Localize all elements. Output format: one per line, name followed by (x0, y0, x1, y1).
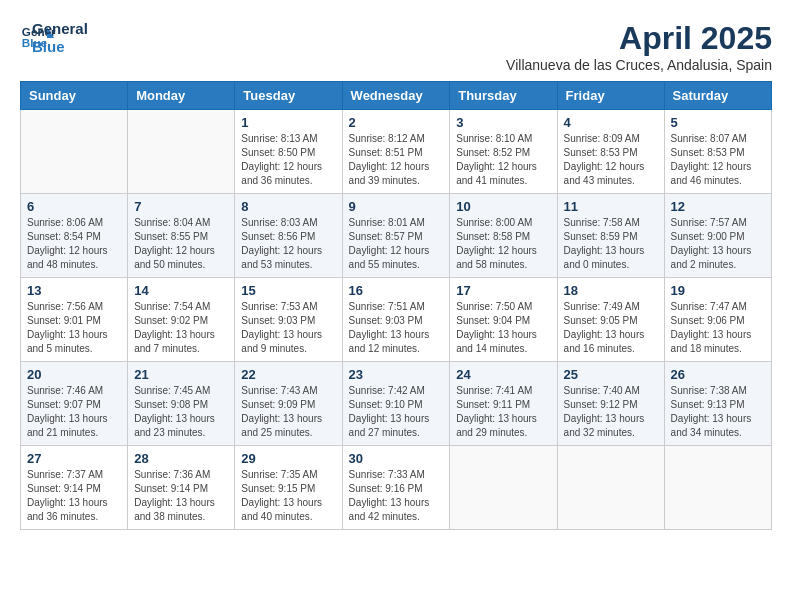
day-number: 28 (134, 451, 228, 466)
day-info: Sunrise: 7:35 AMSunset: 9:15 PMDaylight:… (241, 468, 335, 524)
weekday-header-row: Sunday Monday Tuesday Wednesday Thursday… (21, 82, 772, 110)
day-number: 25 (564, 367, 658, 382)
location-title: Villanueva de las Cruces, Andalusia, Spa… (506, 57, 772, 73)
header-monday: Monday (128, 82, 235, 110)
day-number: 26 (671, 367, 765, 382)
day-info: Sunrise: 8:01 AMSunset: 8:57 PMDaylight:… (349, 216, 444, 272)
day-info: Sunrise: 7:50 AMSunset: 9:04 PMDaylight:… (456, 300, 550, 356)
day-number: 30 (349, 451, 444, 466)
day-number: 13 (27, 283, 121, 298)
table-row: 18Sunrise: 7:49 AMSunset: 9:05 PMDayligh… (557, 278, 664, 362)
table-row: 27Sunrise: 7:37 AMSunset: 9:14 PMDayligh… (21, 446, 128, 530)
day-number: 18 (564, 283, 658, 298)
table-row (21, 110, 128, 194)
day-info: Sunrise: 7:54 AMSunset: 9:02 PMDaylight:… (134, 300, 228, 356)
day-info: Sunrise: 8:07 AMSunset: 8:53 PMDaylight:… (671, 132, 765, 188)
day-info: Sunrise: 7:49 AMSunset: 9:05 PMDaylight:… (564, 300, 658, 356)
table-row: 24Sunrise: 7:41 AMSunset: 9:11 PMDayligh… (450, 362, 557, 446)
day-number: 7 (134, 199, 228, 214)
table-row: 19Sunrise: 7:47 AMSunset: 9:06 PMDayligh… (664, 278, 771, 362)
table-row: 8Sunrise: 8:03 AMSunset: 8:56 PMDaylight… (235, 194, 342, 278)
table-row: 12Sunrise: 7:57 AMSunset: 9:00 PMDayligh… (664, 194, 771, 278)
day-number: 16 (349, 283, 444, 298)
month-title: April 2025 (506, 20, 772, 57)
day-info: Sunrise: 7:43 AMSunset: 9:09 PMDaylight:… (241, 384, 335, 440)
table-row: 21Sunrise: 7:45 AMSunset: 9:08 PMDayligh… (128, 362, 235, 446)
day-number: 3 (456, 115, 550, 130)
day-info: Sunrise: 8:12 AMSunset: 8:51 PMDaylight:… (349, 132, 444, 188)
day-number: 9 (349, 199, 444, 214)
day-info: Sunrise: 8:13 AMSunset: 8:50 PMDaylight:… (241, 132, 335, 188)
table-row: 3Sunrise: 8:10 AMSunset: 8:52 PMDaylight… (450, 110, 557, 194)
table-row: 17Sunrise: 7:50 AMSunset: 9:04 PMDayligh… (450, 278, 557, 362)
day-info: Sunrise: 7:53 AMSunset: 9:03 PMDaylight:… (241, 300, 335, 356)
day-number: 14 (134, 283, 228, 298)
day-info: Sunrise: 7:36 AMSunset: 9:14 PMDaylight:… (134, 468, 228, 524)
day-number: 27 (27, 451, 121, 466)
header-saturday: Saturday (664, 82, 771, 110)
day-info: Sunrise: 8:04 AMSunset: 8:55 PMDaylight:… (134, 216, 228, 272)
day-info: Sunrise: 7:47 AMSunset: 9:06 PMDaylight:… (671, 300, 765, 356)
day-number: 2 (349, 115, 444, 130)
table-row: 4Sunrise: 8:09 AMSunset: 8:53 PMDaylight… (557, 110, 664, 194)
logo-line2: Blue (32, 38, 88, 56)
calendar-week-row: 27Sunrise: 7:37 AMSunset: 9:14 PMDayligh… (21, 446, 772, 530)
calendar-week-row: 20Sunrise: 7:46 AMSunset: 9:07 PMDayligh… (21, 362, 772, 446)
day-number: 29 (241, 451, 335, 466)
header-thursday: Thursday (450, 82, 557, 110)
day-info: Sunrise: 7:57 AMSunset: 9:00 PMDaylight:… (671, 216, 765, 272)
day-number: 20 (27, 367, 121, 382)
header-sunday: Sunday (21, 82, 128, 110)
day-number: 8 (241, 199, 335, 214)
day-info: Sunrise: 8:03 AMSunset: 8:56 PMDaylight:… (241, 216, 335, 272)
page-header: General Blue General Blue April 2025 Vil… (20, 20, 772, 73)
day-number: 4 (564, 115, 658, 130)
table-row (664, 446, 771, 530)
table-row: 28Sunrise: 7:36 AMSunset: 9:14 PMDayligh… (128, 446, 235, 530)
day-number: 11 (564, 199, 658, 214)
calendar-table: Sunday Monday Tuesday Wednesday Thursday… (20, 81, 772, 530)
table-row: 15Sunrise: 7:53 AMSunset: 9:03 PMDayligh… (235, 278, 342, 362)
day-number: 5 (671, 115, 765, 130)
table-row: 23Sunrise: 7:42 AMSunset: 9:10 PMDayligh… (342, 362, 450, 446)
day-info: Sunrise: 7:40 AMSunset: 9:12 PMDaylight:… (564, 384, 658, 440)
table-row: 30Sunrise: 7:33 AMSunset: 9:16 PMDayligh… (342, 446, 450, 530)
header-friday: Friday (557, 82, 664, 110)
table-row: 6Sunrise: 8:06 AMSunset: 8:54 PMDaylight… (21, 194, 128, 278)
table-row: 26Sunrise: 7:38 AMSunset: 9:13 PMDayligh… (664, 362, 771, 446)
calendar-week-row: 1Sunrise: 8:13 AMSunset: 8:50 PMDaylight… (21, 110, 772, 194)
day-info: Sunrise: 8:00 AMSunset: 8:58 PMDaylight:… (456, 216, 550, 272)
table-row: 5Sunrise: 8:07 AMSunset: 8:53 PMDaylight… (664, 110, 771, 194)
day-number: 23 (349, 367, 444, 382)
day-info: Sunrise: 7:56 AMSunset: 9:01 PMDaylight:… (27, 300, 121, 356)
table-row (557, 446, 664, 530)
day-number: 22 (241, 367, 335, 382)
table-row: 13Sunrise: 7:56 AMSunset: 9:01 PMDayligh… (21, 278, 128, 362)
day-info: Sunrise: 7:38 AMSunset: 9:13 PMDaylight:… (671, 384, 765, 440)
day-number: 10 (456, 199, 550, 214)
day-info: Sunrise: 7:46 AMSunset: 9:07 PMDaylight:… (27, 384, 121, 440)
table-row: 7Sunrise: 8:04 AMSunset: 8:55 PMDaylight… (128, 194, 235, 278)
table-row: 25Sunrise: 7:40 AMSunset: 9:12 PMDayligh… (557, 362, 664, 446)
day-info: Sunrise: 7:58 AMSunset: 8:59 PMDaylight:… (564, 216, 658, 272)
header-wednesday: Wednesday (342, 82, 450, 110)
day-info: Sunrise: 8:10 AMSunset: 8:52 PMDaylight:… (456, 132, 550, 188)
table-row: 16Sunrise: 7:51 AMSunset: 9:03 PMDayligh… (342, 278, 450, 362)
day-info: Sunrise: 7:41 AMSunset: 9:11 PMDaylight:… (456, 384, 550, 440)
table-row: 22Sunrise: 7:43 AMSunset: 9:09 PMDayligh… (235, 362, 342, 446)
day-info: Sunrise: 7:42 AMSunset: 9:10 PMDaylight:… (349, 384, 444, 440)
calendar-week-row: 13Sunrise: 7:56 AMSunset: 9:01 PMDayligh… (21, 278, 772, 362)
table-row (128, 110, 235, 194)
logo-line1: General (32, 20, 88, 38)
day-number: 1 (241, 115, 335, 130)
day-number: 19 (671, 283, 765, 298)
day-number: 17 (456, 283, 550, 298)
table-row: 2Sunrise: 8:12 AMSunset: 8:51 PMDaylight… (342, 110, 450, 194)
calendar-week-row: 6Sunrise: 8:06 AMSunset: 8:54 PMDaylight… (21, 194, 772, 278)
title-area: April 2025 Villanueva de las Cruces, And… (506, 20, 772, 73)
table-row: 20Sunrise: 7:46 AMSunset: 9:07 PMDayligh… (21, 362, 128, 446)
table-row: 1Sunrise: 8:13 AMSunset: 8:50 PMDaylight… (235, 110, 342, 194)
table-row: 9Sunrise: 8:01 AMSunset: 8:57 PMDaylight… (342, 194, 450, 278)
day-info: Sunrise: 7:45 AMSunset: 9:08 PMDaylight:… (134, 384, 228, 440)
day-info: Sunrise: 7:51 AMSunset: 9:03 PMDaylight:… (349, 300, 444, 356)
